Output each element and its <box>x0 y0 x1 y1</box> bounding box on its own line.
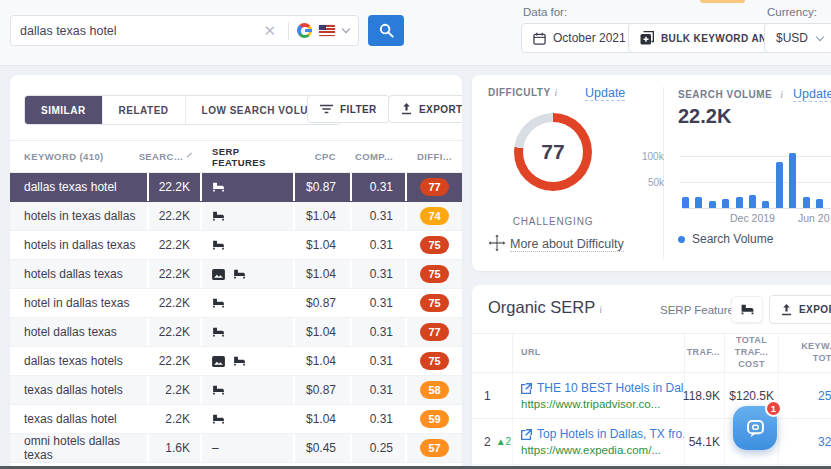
clear-search-icon[interactable]: ✕ <box>259 23 280 38</box>
keyword-table-row[interactable]: texas dallas hotels2.2K$0.870.3158 <box>10 376 462 405</box>
bed-icon <box>212 211 225 221</box>
serp-features-cell <box>200 376 293 404</box>
keyword-cell[interactable]: texas dallas hotel <box>10 405 147 433</box>
info-icon[interactable]: i <box>599 304 602 315</box>
keywords-total-cell[interactable]: 259 <box>778 373 831 418</box>
bar <box>776 162 783 208</box>
bed-icon <box>212 211 225 221</box>
column-header-cpc[interactable]: CPC <box>293 141 350 172</box>
keyword-table-row[interactable]: hotel dallas texas22.2K$1.040.3177 <box>10 318 462 347</box>
search-volume-update-link[interactable]: Update <box>793 87 831 102</box>
kd-badge: 75 <box>420 265 449 283</box>
bar <box>722 199 729 208</box>
cpc-cell: $0.87 <box>293 376 350 404</box>
keyword-table-row[interactable]: dallas texas hotel22.2K$0.870.3177 <box>10 173 462 202</box>
keyword-cell[interactable]: texas dallas hotels <box>10 376 147 404</box>
bar <box>762 201 769 208</box>
difficulty-cell: 75 <box>405 260 462 288</box>
keyword-table-row[interactable]: hotels in dallas texas22.2K$1.040.3175 <box>10 231 462 260</box>
filter-button[interactable]: FILTER <box>307 95 390 123</box>
chat-notification-badge: 1 <box>765 400 782 417</box>
traffic-cell: 54.1K <box>684 419 724 464</box>
more-about-difficulty-link[interactable]: More about Difficulty <box>510 237 624 252</box>
keyword-search-input[interactable]: dallas texas hotel ✕ <box>10 15 359 46</box>
export-icon <box>781 304 792 316</box>
tab-similar[interactable]: SIMILAR <box>25 96 102 124</box>
external-link-icon[interactable] <box>521 429 532 440</box>
serp-features-cell <box>200 347 293 375</box>
bed-icon <box>233 269 246 279</box>
column-header-url[interactable]: URL <box>512 334 684 372</box>
bed-icon <box>212 327 225 337</box>
chart-legend[interactable]: Search Volume <box>678 232 773 246</box>
keyword-cell[interactable]: dallas texas hotel <box>10 173 147 201</box>
keyword-cell[interactable]: omni hotels dallas texas <box>10 434 147 462</box>
divider <box>288 22 289 40</box>
column-header-competition[interactable]: COMP... <box>350 141 405 172</box>
competition-cell: 0.31 <box>350 202 405 230</box>
search-volume-title: SEARCH VOLUME <box>678 89 772 100</box>
cutoff-element <box>700 0 745 3</box>
column-header-serp-features[interactable]: SERP FEATURES <box>200 141 293 172</box>
rank-change-up: ▲2 <box>496 436 511 447</box>
data-for-label: Data for: <box>523 6 567 18</box>
keyword-table-row[interactable]: hotels dallas texas22.2K$1.040.3175 <box>10 260 462 289</box>
keywords-total-cell[interactable]: 327 <box>778 419 831 464</box>
result-url-link[interactable]: https://www.tripadvisor.co... <box>521 398 660 410</box>
keyword-cell[interactable]: hotel in dallas texas <box>10 289 147 317</box>
image-icon <box>212 269 225 280</box>
bed-icon <box>212 385 225 395</box>
serp-export-button[interactable]: EXPORT <box>769 295 831 324</box>
volume-cell: 2.2K <box>147 405 200 433</box>
chat-widget-button[interactable]: 1 <box>733 406 777 450</box>
x-tick-dec-2019: Dec 2019 <box>730 212 775 224</box>
result-url-link[interactable]: https://www.expedia.com/... <box>521 444 661 456</box>
us-flag-icon <box>319 25 335 36</box>
keyword-table-row[interactable]: texas dallas hotel2.2K$1.040.3159 <box>10 405 462 434</box>
bed-icon <box>212 385 225 395</box>
result-title-line: Top Hotels in Dallas, TX fro... <box>521 427 684 441</box>
keyword-table-row[interactable]: omni hotels dallas texas1.6K–$0.450.2557 <box>10 434 462 463</box>
currency-label: Currency: <box>767 6 817 18</box>
column-header-traffic[interactable]: TRAF... <box>684 334 724 372</box>
keyword-table-row[interactable]: hotels in texas dallas22.2K$1.040.3174 <box>10 202 462 231</box>
column-header-keyword[interactable]: KEYWORD (410) <box>10 141 147 172</box>
serp-features-cell <box>200 202 293 230</box>
keyword-table-row[interactable]: hotel in dallas texas22.2K$0.870.3175 <box>10 289 462 318</box>
column-header-traffic-cost[interactable]: TOTAL TRAF... COST <box>724 334 778 372</box>
difficulty-cell: 75 <box>405 347 462 375</box>
column-header-difficulty[interactable]: DIFFI... <box>405 141 462 172</box>
search-button[interactable] <box>368 15 404 46</box>
chevron-down-icon[interactable] <box>342 25 350 33</box>
difficulty-gauge: 77 <box>514 113 592 191</box>
serp-feature-hotel-chip[interactable] <box>731 296 763 323</box>
date-picker-button[interactable]: October 2021 <box>521 23 638 53</box>
external-link-icon[interactable] <box>521 383 532 394</box>
column-header-search-volume[interactable]: SEARC... <box>147 141 200 172</box>
currency-select[interactable]: $USD <box>764 23 831 53</box>
keyword-cell[interactable]: hotels in texas dallas <box>10 202 147 230</box>
info-icon[interactable]: i <box>780 89 783 100</box>
result-title-link[interactable]: THE 10 BEST Hotels in Dall... <box>537 381 684 395</box>
top-bar: dallas texas hotel ✕ Data for: October 2… <box>0 0 831 66</box>
filter-icon <box>320 104 333 114</box>
keyword-cell[interactable]: hotel dallas texas <box>10 318 147 346</box>
serp-features-cell <box>200 289 293 317</box>
date-picker-label: October 2021 <box>553 31 626 45</box>
rank-value: 2 <box>484 435 491 449</box>
tab-related[interactable]: RELATED <box>102 96 185 124</box>
search-input-value[interactable]: dallas texas hotel <box>20 24 259 38</box>
difficulty-update-link[interactable]: Update <box>585 86 625 101</box>
keyword-cell[interactable]: hotels dallas texas <box>10 260 147 288</box>
keyword-cell[interactable]: dallas texas hotels <box>10 347 147 375</box>
info-icon[interactable]: i <box>555 87 558 98</box>
serp-result-row[interactable]: 2▲2Top Hotels in Dallas, TX fro...https:… <box>472 419 831 465</box>
bar <box>789 153 796 208</box>
keyword-table-row[interactable]: dallas texas hotels22.2K$1.040.3175 <box>10 347 462 376</box>
keyword-cell[interactable]: hotels in dallas texas <box>10 231 147 259</box>
competition-cell: 0.31 <box>350 173 405 201</box>
legend-dot-icon <box>678 236 685 243</box>
export-button[interactable]: EXPORT <box>388 95 462 123</box>
column-header-keywords-total[interactable]: KEYW... TOTA <box>778 334 831 372</box>
result-title-link[interactable]: Top Hotels in Dallas, TX fro... <box>537 427 684 441</box>
